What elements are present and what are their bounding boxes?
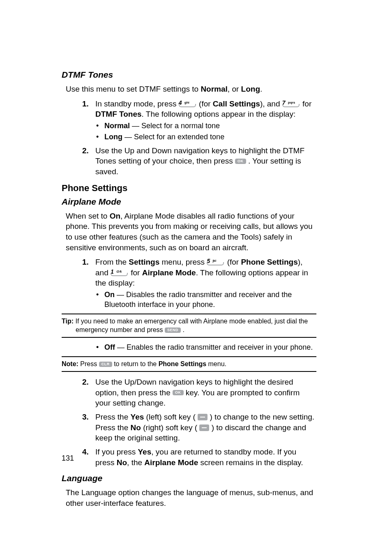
airplane-intro: When set to On, Airplane Mode disables a… [62, 211, 316, 253]
text: In standby mode, press [95, 99, 179, 108]
text-bold: Off [104, 343, 115, 351]
text: screen remains in the display. [198, 458, 303, 467]
text: (for [227, 258, 241, 266]
text-bold: On [104, 291, 115, 299]
text-bold: Normal [201, 85, 227, 93]
text: — Select for a normal tone [130, 122, 220, 130]
ok-key-icon: OK [173, 390, 184, 395]
heading-language: Language [62, 473, 316, 483]
airplane-off-wrapper: Off — Enables the radio transmitter and … [62, 343, 316, 352]
heading-airplane-mode: Airplane Mode [62, 197, 316, 207]
key-5-icon: 5jkl [207, 259, 225, 265]
text-bold: Phone Settings [241, 258, 297, 266]
key-letters: pqrs [288, 101, 295, 105]
text-bold: Yes [131, 413, 144, 421]
step-item: 3. Press the Yes (left) soft key ( ) to … [62, 412, 316, 443]
left-softkey-icon [198, 414, 208, 420]
airplane-options-on: On — Disables the radio transmitter and … [95, 290, 316, 309]
text-bold: Yes [138, 447, 152, 456]
step-number: 4. [82, 447, 89, 457]
note-box: Note: Press CLR to return to the Phone S… [62, 356, 316, 372]
key-letters: ghi [184, 101, 189, 105]
list-item: Normal — Select for a normal tone [95, 121, 316, 131]
key-digit: 1 [111, 268, 114, 276]
text: From the [95, 258, 129, 266]
key-1-icon: 1@& [111, 270, 129, 276]
text: — Select for an extended tone [122, 133, 224, 141]
text: ), and [260, 99, 282, 108]
text-bold: Normal [104, 122, 130, 130]
clr-key-icon: CLR [99, 362, 112, 367]
text: — Enables the radio transmitter and rece… [115, 343, 313, 351]
step-item: 2. Use the Up/Down navigation keys to hi… [62, 377, 316, 408]
page-number: 131 [62, 454, 74, 463]
text-bold: Long [104, 133, 122, 141]
text: . [182, 326, 184, 333]
heading-phone-settings: Phone Settings [62, 183, 316, 194]
text-bold: On [110, 212, 120, 220]
text: . The following options appear in the di… [142, 110, 296, 118]
key-letters: jkl [212, 259, 216, 263]
text: Press [80, 360, 99, 367]
text: When set to [66, 212, 110, 220]
tip-label: Tip: [62, 318, 75, 325]
send-key-icon: SEND [165, 328, 181, 333]
step-number: 1. [82, 257, 89, 268]
step-number: 3. [82, 412, 89, 422]
key-digit: 7 [282, 99, 286, 107]
text: If you need to make an emergency call wi… [75, 318, 308, 334]
tip-box: Tip: If you need to make an emergency ca… [62, 314, 316, 338]
step-item: Off — Enables the radio transmitter and … [62, 343, 316, 352]
dtmf-steps: 1. In standby mode, press 4ghi (for Call… [62, 99, 316, 177]
step-item: 1. In standby mode, press 4ghi (for Call… [62, 99, 316, 142]
language-intro: The Language option changes the language… [62, 487, 316, 508]
text-bold: Phone Settings [159, 360, 206, 367]
key-4-icon: 4ghi [179, 101, 197, 107]
text-bold: Airplane Mode [142, 268, 196, 277]
text: Use this menu to set DTMF settings to [66, 85, 201, 93]
step-number: 2. [82, 145, 89, 156]
note-label: Note: [62, 360, 80, 367]
text-bold: Call Settings [213, 99, 260, 108]
text: menu. [206, 360, 226, 367]
key-7-icon: 7pqrs [282, 101, 300, 107]
text-bold: Airplane Mode [144, 458, 198, 467]
key-digit: 5 [207, 257, 210, 265]
text-bold: No [117, 458, 127, 467]
text-bold: Long [241, 85, 260, 93]
page-content: DTMF Tones Use this menu to set DTMF set… [62, 70, 316, 512]
airplane-steps-1: 1. From the Settings menu, press 5jkl (f… [62, 257, 316, 309]
text-bold: No [131, 423, 141, 432]
step-item: 4. If you press Yes, you are returned to… [62, 447, 316, 468]
airplane-options-off: Off — Enables the radio transmitter and … [95, 343, 316, 352]
text: menu, press [159, 258, 207, 266]
list-item: On — Disables the radio transmitter and … [95, 290, 316, 309]
text: to return to the [114, 360, 159, 367]
step-item: 2. Use the Up and Down navigation keys t… [62, 145, 316, 177]
airplane-steps-2: 2. Use the Up/Down navigation keys to hi… [62, 377, 316, 468]
step-number: 1. [82, 99, 89, 109]
dtmf-intro: Use this menu to set DTMF settings to No… [62, 84, 316, 95]
text: If you press [95, 447, 138, 456]
text: for [131, 268, 142, 277]
text-bold: Settings [129, 258, 159, 266]
dtmf-options: Normal — Select for a normal tone Long —… [95, 121, 316, 142]
key-letters: @& [116, 270, 122, 274]
ok-key-icon: OK [235, 159, 246, 164]
key-digit: 4 [179, 99, 182, 107]
text: (left) soft key ( [144, 413, 198, 421]
step-item: 1. From the Settings menu, press 5jkl (f… [62, 257, 316, 309]
heading-dtmf-tones: DTMF Tones [62, 70, 316, 80]
text: for [302, 99, 311, 108]
text: Press the [95, 413, 131, 421]
text: (for [199, 99, 213, 108]
list-item: Off — Enables the radio transmitter and … [95, 343, 316, 352]
text-bold: DTMF Tones [95, 110, 142, 118]
text: . [260, 85, 262, 93]
text: , the [127, 458, 144, 467]
step-number: 2. [82, 377, 89, 387]
text: (right) soft key ( [141, 423, 200, 432]
text: — Disables the radio transmitter and rec… [104, 291, 292, 308]
text: , or [228, 85, 241, 93]
list-item: Long — Select for an extended tone [95, 132, 316, 142]
